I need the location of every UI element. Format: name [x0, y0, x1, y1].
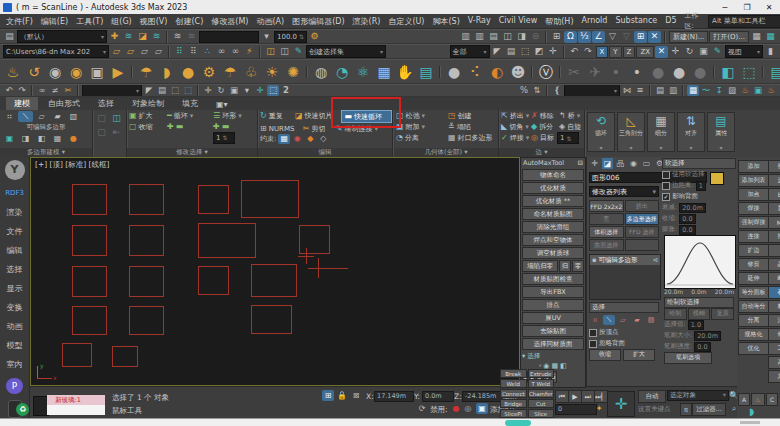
snap-toggle-icon[interactable]: ⬚ [267, 85, 279, 96]
show-end-result-icon[interactable]: ◫ [110, 112, 123, 125]
render-icon[interactable]: ♨ [765, 85, 777, 96]
geometry-4-button[interactable]: ◔分离 [394, 132, 446, 143]
stack2-icon[interactable]: ◧ [34, 133, 49, 144]
wireframe-object-12[interactable] [72, 306, 107, 335]
edge-2-button[interactable]: ↰桥▾ [557, 110, 583, 121]
modify-selection-label[interactable]: 修改选择 ▾ [127, 148, 257, 157]
ribbon-big-button-2[interactable]: ▦细分▾ [647, 112, 675, 152]
wireframe-object-7[interactable] [299, 225, 330, 254]
value-spinner[interactable]: 100.0⇅ [274, 31, 307, 43]
right-tool-修改-button[interactable]: 修改 [768, 328, 780, 341]
right-tool-焊接-button[interactable]: 焊接 [738, 202, 769, 215]
modifier-set-button-7[interactable] [625, 239, 660, 251]
collapse-zero-button[interactable]: 塌陷归零 [522, 260, 558, 272]
stack1-icon[interactable]: ◨ [18, 133, 33, 144]
menu-item-3[interactable]: 组(G) [111, 16, 131, 27]
vertex-sub-icon[interactable]: ⠶ [589, 315, 601, 325]
right-tool-晶格-button[interactable]: 晶格 [768, 258, 780, 271]
edit-icon[interactable]: ✎ [711, 46, 724, 58]
use-soft-selection-checkbox[interactable]: 使用软选择 [662, 169, 736, 180]
selection-rollout-header[interactable]: 选择 [589, 302, 659, 313]
right-tool-视图-button[interactable]: 视图 [768, 160, 780, 173]
move-icon[interactable]: ✛ [202, 85, 214, 96]
vertex-mode-icon[interactable]: ⠶ [2, 111, 17, 122]
paint-绘制-button[interactable]: 绘制 [664, 308, 687, 320]
layer-stack-icon[interactable]: ≋ [122, 31, 135, 43]
ignore-backfacing-checkbox[interactable]: 忽略背面 [589, 338, 659, 349]
edge-spinner[interactable]: 1⇅ [557, 132, 579, 144]
select-object-icon[interactable]: ◤ [143, 85, 155, 96]
wireframe-object-11[interactable] [251, 264, 297, 297]
constrain-face-icon[interactable]: ◆ [304, 134, 316, 144]
region-icon[interactable]: ⬚ [739, 62, 759, 82]
save-plus-icon[interactable]: ▦ [764, 31, 777, 43]
edge-distance-field[interactable]: 1 [696, 181, 706, 191]
auto-key-dot-icon[interactable]: ● [450, 403, 462, 414]
render-teapot-icon[interactable]: ♨ [751, 393, 765, 406]
nurms-button[interactable]: ⊞NURMS [258, 123, 301, 134]
ribbon-tab-2[interactable]: 选择 [90, 97, 122, 110]
gear-icon[interactable]: ⚙ [308, 31, 321, 43]
script-button-调空材质球[interactable]: 调空材质球 [522, 247, 584, 259]
snap-grid2-icon[interactable]: ⊞ [634, 31, 647, 43]
snap-dim-icon[interactable]: ▽ [620, 31, 633, 43]
macro-cut-button[interactable]: Cut [528, 399, 555, 408]
snap-25d-icon[interactable]: ½ [578, 31, 591, 43]
bucket-icon[interactable]: ◫ [264, 46, 277, 58]
shrink-button[interactable]: ▢收缩 [127, 121, 155, 132]
select-link-icon[interactable]: ∞ [36, 85, 48, 96]
add-layer-icon[interactable]: ✚ [108, 31, 121, 43]
projector-icon[interactable]: ▶ [108, 62, 128, 82]
edge-6-button[interactable]: ✓焊接▾ [499, 132, 529, 143]
brush-dot5-icon[interactable]: ● [690, 62, 710, 82]
curve-editor-icon[interactable]: 〜 [700, 85, 712, 96]
right-tool-延伸-button[interactable]: 延伸 [738, 272, 769, 285]
camera-icon[interactable]: ◉ [45, 62, 65, 82]
grey-sphere-icon[interactable]: ● [444, 62, 464, 82]
angle-snap-icon[interactable]: ∠ [592, 31, 605, 43]
menu-item-12[interactable]: V-Ray [468, 16, 491, 27]
geometry-label[interactable]: 几何体(全部) ▾ [394, 148, 498, 157]
paint-模糊-button[interactable]: 模糊 [688, 308, 711, 320]
scale-icon[interactable]: ▣ [697, 46, 710, 58]
brush-strength-field[interactable]: 0.0 [694, 342, 710, 352]
snap-magnet-icon[interactable]: Ω [564, 31, 577, 43]
sidebar-item-0[interactable]: RDF3 [5, 184, 24, 203]
edge-0-button[interactable]: ⇱挤出▾ [499, 110, 529, 121]
plane-icon[interactable]: ✈ [585, 62, 605, 82]
menu-item-1[interactable]: 编辑(E) [41, 16, 68, 27]
ring-tools[interactable]: ✚▬ [211, 121, 231, 132]
scissors-icon[interactable]: ✂ [564, 62, 584, 82]
gui-button[interactable]: 归 [559, 260, 571, 272]
pi-filter-button[interactable]: π [680, 403, 692, 416]
layer-list-icon[interactable]: ▤ [487, 31, 500, 43]
pinch-field[interactable]: 0.0 [679, 214, 695, 224]
sidebar-item-6[interactable]: 变换 [6, 298, 22, 317]
right-tool-添加列表-button[interactable]: 添加列表 [738, 174, 769, 187]
modifier-set-button-1[interactable]: 挤出 [625, 200, 660, 212]
rect-region-icon[interactable]: ⬚ [519, 46, 532, 58]
right-tool-属性-button[interactable]: 属性 [768, 202, 780, 215]
script-button-清除光滑组[interactable]: 清除光滑组 [522, 221, 584, 233]
card-icon[interactable]: ▤ [416, 62, 436, 82]
edge-3-button[interactable]: ◣切角▾ [499, 121, 529, 132]
wireframe-object-9[interactable] [129, 266, 164, 297]
viewport-label[interactable]: [+] [顶] [标准] [线框] [35, 160, 109, 170]
undo-icon[interactable]: ↶ [3, 85, 15, 96]
menu-item-0[interactable]: 文件(F) [6, 16, 33, 27]
ribbon-config-icon[interactable]: ▣▾ [208, 99, 236, 110]
sidebar-item-3[interactable]: 编辑 [6, 241, 22, 260]
wireframe-object-5[interactable] [129, 225, 164, 256]
pin-stack-icon[interactable]: ⊲ [653, 256, 658, 264]
repeat-button[interactable]: ↻重复 [258, 110, 293, 121]
menu-item-14[interactable]: 帮助(H) [545, 16, 573, 27]
script-button-命名材质贴图[interactable]: 命名材质贴图 [522, 208, 584, 220]
modifier-list-dropdown[interactable]: 修改器列表▾ [589, 186, 659, 197]
right-tool-MUS-button[interactable]: MUS [768, 216, 780, 229]
named-selection-icon[interactable]: ❴ [551, 85, 563, 96]
grow-button[interactable]: ▣扩大 [127, 110, 155, 121]
menu-item-7[interactable]: 动画(A) [256, 16, 284, 27]
geometry-2-button[interactable]: ▣附加▾ [394, 121, 446, 132]
menu-item-10[interactable]: 自定义(U) [388, 16, 424, 27]
snap-grid-icon[interactable]: ⊞ [550, 31, 563, 43]
